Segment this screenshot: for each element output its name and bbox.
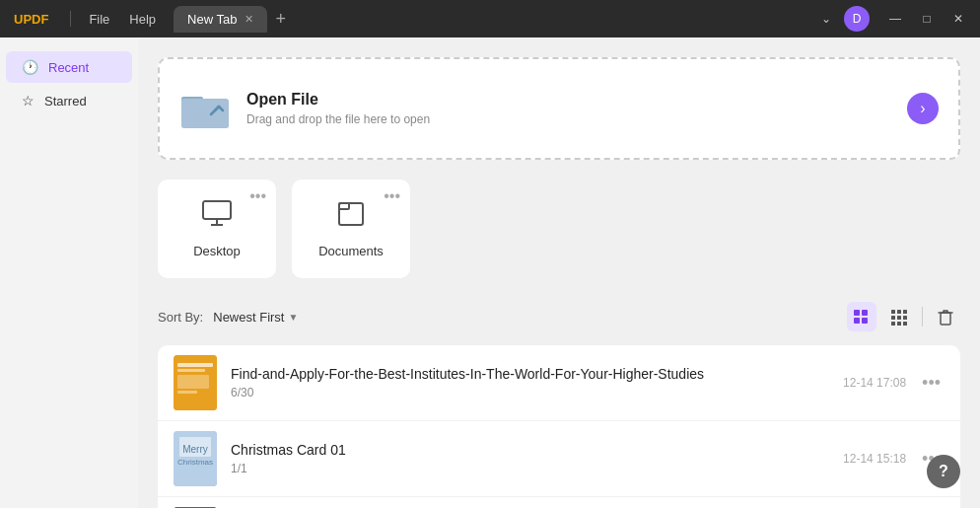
file-name: Christmas Card 01 [231, 442, 843, 458]
open-file-card[interactable]: Open File Drag and drop the file here to… [158, 57, 960, 160]
sort-value: Newest First [213, 310, 284, 325]
desktop-more-icon[interactable]: ••• [249, 187, 266, 205]
svg-rect-22 [897, 322, 901, 326]
documents-more-icon[interactable]: ••• [384, 187, 400, 205]
recent-icon: 🕐 [22, 59, 38, 75]
open-file-left: Open File Drag and drop the file here to… [179, 83, 430, 134]
svg-rect-31 [177, 369, 205, 372]
grid-view-button[interactable] [884, 302, 914, 331]
sort-bar: Sort By: Newest First ▼ [158, 302, 960, 331]
table-row[interactable]: Merry Christmas Christmas Card 01 1/1 12… [158, 421, 960, 497]
avatar[interactable]: D [844, 6, 870, 32]
documents-icon [335, 199, 367, 234]
menu-help[interactable]: Help [119, 8, 166, 31]
svg-rect-13 [854, 318, 860, 324]
app-logo: UPDF [8, 10, 54, 29]
desktop-label: Desktop [193, 244, 241, 258]
quick-card-desktop[interactable]: ••• Desktop [158, 180, 276, 278]
quick-card-documents[interactable]: ••• Documents [292, 180, 410, 278]
maximize-button[interactable]: □ [913, 5, 941, 33]
documents-label: Documents [318, 244, 384, 258]
svg-rect-11 [854, 310, 860, 316]
open-file-arrow-button[interactable]: › [907, 93, 939, 124]
svg-rect-2 [181, 99, 229, 128]
file-name: Find-and-Apply-For-the-Best-Institutes-I… [231, 366, 843, 382]
quick-access-row: ••• Desktop ••• D [158, 180, 960, 278]
main-layout: 🕐 Recent ☆ Starred [0, 37, 980, 508]
svg-rect-19 [897, 316, 901, 320]
svg-rect-18 [891, 316, 895, 320]
tabs-area: New Tab ✕ + [174, 6, 812, 33]
svg-rect-24 [941, 313, 950, 325]
svg-rect-21 [891, 322, 895, 326]
sort-caret-icon: ▼ [288, 312, 298, 323]
grid-view-icon [890, 308, 908, 326]
trash-button[interactable] [931, 302, 960, 331]
tab-close-icon[interactable]: ✕ [245, 14, 253, 25]
content-area: Open File Drag and drop the file here to… [138, 37, 980, 508]
svg-rect-14 [862, 318, 868, 324]
svg-rect-30 [177, 363, 213, 367]
svg-rect-23 [903, 322, 907, 326]
svg-rect-17 [903, 310, 907, 314]
svg-rect-15 [891, 310, 895, 314]
svg-rect-20 [903, 316, 907, 320]
file-time: 12-14 15:18 [843, 452, 906, 466]
view-divider [922, 307, 923, 327]
overflow-menu-button[interactable]: ⌄ [812, 5, 840, 33]
sidebar: 🕐 Recent ☆ Starred [0, 37, 138, 508]
thumb-image-2: Merry Christmas [174, 431, 217, 486]
svg-text:Christmas: Christmas [177, 458, 213, 467]
tab-label: New Tab [187, 12, 237, 27]
titlebar: UPDF File Help New Tab ✕ + ⌄ D — □ ✕ [0, 0, 980, 37]
open-file-icon [179, 87, 231, 130]
file-info: Find-and-Apply-For-the-Best-Institutes-I… [231, 366, 843, 399]
desktop-icon [201, 199, 233, 234]
file-time: 12-14 17:08 [843, 376, 906, 390]
svg-rect-6 [203, 201, 231, 219]
table-row[interactable]: 23 NEW YEAR New Year Card 01 1/1 12-14 1… [158, 497, 960, 508]
open-file-text: Open File Drag and drop the file here to… [246, 91, 430, 126]
tab-new-tab[interactable]: New Tab ✕ [174, 6, 267, 33]
list-view-icon [853, 308, 871, 326]
tab-add-button[interactable]: + [267, 7, 294, 32]
svg-rect-33 [177, 391, 197, 394]
titlebar-divider [70, 11, 71, 27]
file-more-icon[interactable]: ••• [918, 369, 945, 398]
sort-by-label: Sort By: [158, 310, 203, 325]
sort-select[interactable]: Newest First ▼ [213, 310, 298, 325]
file-list: Find-and-Apply-For-the-Best-Institutes-I… [158, 345, 960, 508]
svg-rect-12 [862, 310, 868, 316]
sidebar-item-starred-label: Starred [44, 94, 87, 109]
menu-file[interactable]: File [79, 8, 119, 31]
sidebar-item-starred[interactable]: ☆ Starred [6, 85, 132, 116]
list-view-button[interactable] [847, 302, 876, 331]
table-row[interactable]: Find-and-Apply-For-the-Best-Institutes-I… [158, 345, 960, 421]
open-file-title: Open File [246, 91, 430, 109]
star-icon: ☆ [22, 93, 35, 109]
file-thumbnail [174, 355, 217, 410]
file-info: Christmas Card 01 1/1 [231, 442, 843, 475]
sidebar-item-recent[interactable]: 🕐 Recent [6, 51, 132, 83]
sidebar-item-recent-label: Recent [48, 60, 89, 75]
help-button[interactable]: ? [927, 455, 960, 488]
svg-rect-10 [339, 203, 349, 209]
sort-actions [847, 302, 960, 331]
open-file-subtitle: Drag and drop the file here to open [246, 112, 430, 126]
file-thumbnail: Merry Christmas [174, 431, 217, 486]
file-pages: 6/30 [231, 386, 843, 399]
minimize-button[interactable]: — [881, 5, 909, 33]
open-file-icon-wrapper [179, 83, 231, 134]
svg-rect-9 [339, 203, 363, 225]
close-button[interactable]: ✕ [945, 5, 972, 33]
file-pages: 1/1 [231, 462, 843, 475]
titlebar-controls: ⌄ D — □ ✕ [812, 5, 972, 33]
svg-text:Merry: Merry [182, 444, 208, 455]
trash-icon [937, 308, 954, 326]
thumb-image-1 [174, 355, 217, 410]
svg-rect-16 [897, 310, 901, 314]
svg-rect-32 [177, 375, 209, 389]
